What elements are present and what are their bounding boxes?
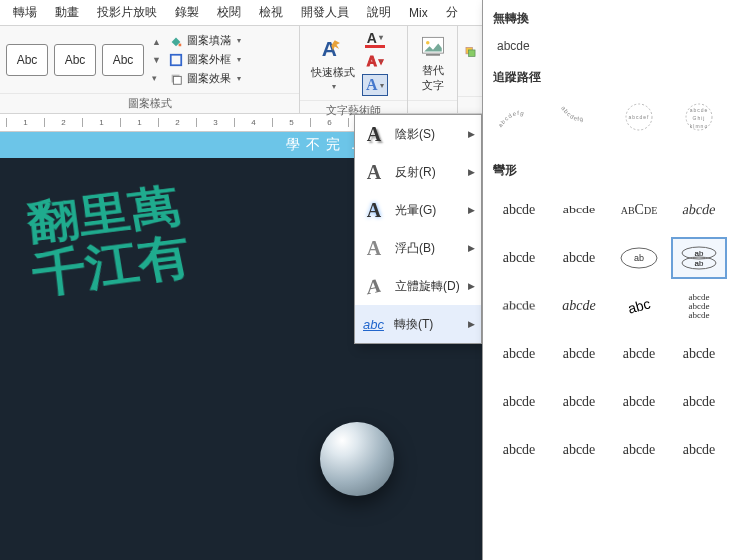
svg-text:A: A <box>322 37 337 60</box>
warp-preset[interactable]: abcde <box>491 381 547 423</box>
bevel-icon: A <box>363 237 385 260</box>
svg-text:abcde: abcde <box>690 107 709 113</box>
svg-rect-0 <box>179 43 182 46</box>
warp-preset[interactable]: abcde <box>551 333 607 375</box>
menu-item[interactable]: 分 <box>437 0 467 25</box>
warp-preset[interactable]: abcde <box>551 285 607 327</box>
ribbon-group-arrange <box>458 26 484 113</box>
warp-preset[interactable]: ab <box>611 237 667 279</box>
transform-flyout: 無轉換 abcde 追蹤路徑 abcdefg abcdefg abcdef ab… <box>482 0 731 560</box>
menu-item[interactable]: 說明 <box>358 0 400 25</box>
svg-text:Ghij: Ghij <box>693 115 706 121</box>
menu-item-glow[interactable]: A 光暈(G)▶ <box>355 191 481 229</box>
quick-styles-button[interactable]: A 快速樣式▾ <box>306 30 360 96</box>
menu-item-shadow[interactable]: A 陰影(S)▶ <box>355 115 481 153</box>
warp-preset[interactable]: abcde <box>551 381 607 423</box>
section-title-path: 追蹤路徑 <box>483 59 731 92</box>
path-arc[interactable]: abcdefg <box>491 96 547 138</box>
section-title-warp: 彎形 <box>483 152 731 185</box>
menu-item[interactable]: 投影片放映 <box>88 0 166 25</box>
text-effects-button[interactable]: A▾ <box>362 74 388 96</box>
svg-text:klmno: klmno <box>690 123 708 129</box>
warp-preset[interactable]: abcde <box>611 429 667 471</box>
outline-icon <box>169 53 183 67</box>
svg-rect-9 <box>469 50 476 57</box>
transform-none[interactable]: abcde <box>483 33 731 59</box>
warp-preset[interactable]: abcde <box>667 189 730 231</box>
warp-preset[interactable]: abcde <box>491 189 547 231</box>
menu-item[interactable]: 錄製 <box>166 0 208 25</box>
svg-text:ab: ab <box>634 253 644 263</box>
wordart-text[interactable]: 翻里萬 千江有 <box>25 181 196 304</box>
svg-text:abc: abc <box>626 295 652 316</box>
shape-effects-button[interactable]: 圖案效果▾ <box>167 70 243 87</box>
glow-icon: A <box>363 199 385 222</box>
menu-item[interactable]: 檢視 <box>250 0 292 25</box>
wordart-icon: A <box>319 35 347 63</box>
warp-preset[interactable]: abCde <box>611 189 667 231</box>
svg-text:abcdefg: abcdefg <box>560 105 584 122</box>
warp-preset[interactable]: abcde <box>671 333 727 375</box>
effects-icon <box>169 72 183 86</box>
warp-preset[interactable]: abcde <box>491 237 547 279</box>
svg-text:abcdefg: abcdefg <box>497 110 525 128</box>
chevron-up-icon[interactable]: ▲ <box>152 37 161 47</box>
ribbon-group-shape-styles: Abc Abc Abc ▲ ▼ ▾ 圖案填滿▾ 圖案外框▾ 圖案效果▾ <box>0 26 300 113</box>
transform-icon: abc <box>363 317 384 332</box>
warp-preset[interactable]: abcde <box>671 381 727 423</box>
warp-preset[interactable]: abcde <box>491 429 547 471</box>
reflection-icon: A <box>363 161 385 184</box>
warp-preset[interactable]: abcde <box>671 429 727 471</box>
svg-rect-7 <box>426 54 440 56</box>
warp-preset[interactable]: abcde <box>551 237 607 279</box>
warp-preset[interactable]: abcde <box>487 290 551 327</box>
menu-item-3d-rotate[interactable]: A 立體旋轉(D)▶ <box>355 267 481 305</box>
warp-preset-selected[interactable]: abab <box>671 237 727 279</box>
sphere-shape[interactable] <box>320 422 394 496</box>
menu-item[interactable]: 開發人員 <box>292 0 358 25</box>
shape-style-preset[interactable]: Abc <box>6 44 48 76</box>
warp-preset[interactable]: abcde <box>551 193 607 227</box>
path-circle[interactable]: abcdef <box>611 96 667 138</box>
warp-preset[interactable]: abc <box>611 285 667 327</box>
svg-rect-3 <box>173 76 181 84</box>
menu-item[interactable]: Mix <box>400 2 437 24</box>
paint-bucket-icon <box>169 34 183 48</box>
more-icon[interactable]: ▾ <box>152 73 161 83</box>
svg-rect-1 <box>171 54 182 65</box>
text-effects-menu: A 陰影(S)▶ A 反射(R)▶ A 光暈(G)▶ A 浮凸(B)▶ A 立體… <box>354 114 482 344</box>
ribbon-group-label: 圖案樣式 <box>0 93 299 113</box>
text-outline-button[interactable]: A▾ <box>365 52 385 70</box>
shadow-icon: A <box>363 123 385 146</box>
text-fill-button[interactable]: A▾ <box>365 30 385 48</box>
warp-preset[interactable]: abcde <box>611 333 667 375</box>
warp-preset[interactable]: abcde <box>611 381 667 423</box>
shape-fill-button[interactable]: 圖案填滿▾ <box>167 32 243 49</box>
shape-style-preset[interactable]: Abc <box>102 44 144 76</box>
menu-item-reflection[interactable]: A 反射(R)▶ <box>355 153 481 191</box>
ribbon-group-wordart: A 快速樣式▾ A▾ A▾ A▾ 文字藝術師 <box>300 26 408 113</box>
menu-item-transform[interactable]: abc 轉換(T)▶ <box>355 305 481 343</box>
warp-preset[interactable]: abcdeabcdeabcde <box>671 285 727 327</box>
chevron-down-icon[interactable]: ▼ <box>152 55 161 65</box>
menu-item-bevel[interactable]: A 浮凸(B)▶ <box>355 229 481 267</box>
svg-text:abcdef: abcdef <box>628 114 649 120</box>
warp-preset[interactable]: abcde <box>551 429 607 471</box>
shape-style-preset[interactable]: Abc <box>54 44 96 76</box>
path-button[interactable]: abcdeGhijklmno <box>671 96 727 138</box>
rotate-3d-icon: A <box>363 272 385 300</box>
arrange-icon[interactable] <box>464 36 477 86</box>
path-arc-down[interactable]: abcdefg <box>551 96 607 138</box>
menu-item[interactable]: 轉場 <box>4 0 46 25</box>
svg-text:ab: ab <box>695 249 704 258</box>
menu-item[interactable]: 動畫 <box>46 0 88 25</box>
menu-item[interactable]: 校閱 <box>208 0 250 25</box>
warp-preset[interactable]: abcde <box>491 333 547 375</box>
section-title-none: 無轉換 <box>483 0 731 33</box>
svg-text:ab: ab <box>695 259 704 268</box>
alt-text-icon <box>419 33 447 61</box>
svg-point-6 <box>426 41 430 45</box>
alt-text-button[interactable]: 替代 文字 <box>414 30 451 96</box>
shape-outline-button[interactable]: 圖案外框▾ <box>167 51 243 68</box>
ribbon-group-alttext: 替代 文字 <box>408 26 458 113</box>
